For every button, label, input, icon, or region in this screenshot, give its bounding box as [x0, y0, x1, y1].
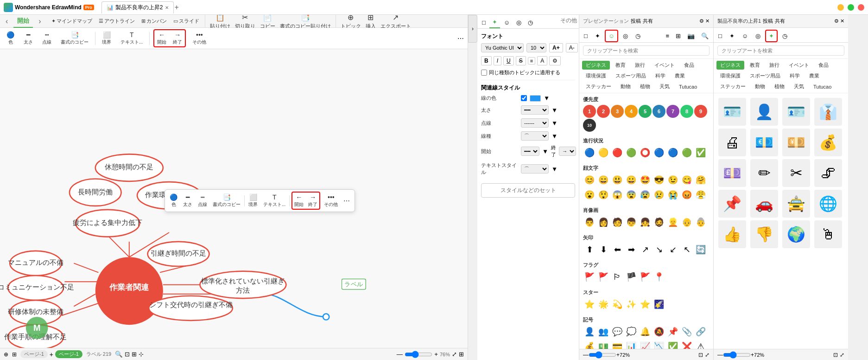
italic-btn[interactable]: I — [494, 56, 501, 65]
star-1[interactable]: ⭐ — [583, 298, 596, 311]
panel-2-zoom-in[interactable]: + — [751, 352, 754, 358]
text-btn[interactable]: T テキスト... — [118, 30, 146, 46]
portrait-5[interactable]: 👧 — [639, 216, 652, 229]
sym-13[interactable]: 📊 — [625, 340, 638, 349]
cat-agriculture[interactable]: 農業 — [671, 71, 689, 80]
biz-6[interactable]: 💶 — [750, 129, 778, 156]
flag-6[interactable]: 📍 — [653, 270, 665, 283]
prog-7[interactable]: 🔵 — [666, 146, 679, 159]
start-btn[interactable]: ← 開始 — [154, 30, 169, 46]
biz-11[interactable]: ✂ — [782, 159, 810, 187]
cat-weather[interactable]: 天気 — [656, 82, 673, 91]
star-4[interactable]: ✨ — [625, 298, 638, 311]
panel-1-tab-rect[interactable]: □ — [581, 30, 590, 42]
sym-11[interactable]: 💵 — [597, 340, 610, 349]
status-view-btn[interactable]: ⊞ — [12, 351, 17, 358]
panel-2-tab-rect[interactable]: □ — [716, 30, 725, 42]
color-btn[interactable]: 🔵 色 — [4, 30, 17, 46]
biz-8[interactable]: 💰 — [814, 129, 842, 156]
emoji-14[interactable]: 😰 — [639, 188, 652, 201]
grid-btn[interactable]: ⊞ — [132, 351, 137, 358]
cat-plant[interactable]: 植物 — [636, 82, 654, 91]
priority-1[interactable]: 1 — [583, 105, 596, 118]
font-color-btn[interactable]: A — [537, 56, 547, 65]
emoji-12[interactable]: 😱 — [611, 188, 624, 201]
active-tab-label[interactable]: 開始 — [13, 15, 33, 28]
biz-16[interactable]: 🌐 — [814, 190, 842, 218]
cat2-environment[interactable]: 環境保護 — [716, 71, 744, 80]
cat-sports[interactable]: スポーツ用品 — [612, 71, 650, 80]
emoji-13[interactable]: 😨 — [625, 188, 638, 201]
sym-17[interactable]: ❌ — [680, 340, 693, 349]
portrait-4[interactable]: 👦 — [625, 216, 638, 229]
cat2-science[interactable]: 科学 — [786, 71, 804, 80]
panel-1-tab-list[interactable]: ≡ — [663, 30, 672, 42]
sym-6[interactable]: 🔕 — [653, 325, 665, 338]
star-5[interactable]: ⭐ — [639, 298, 652, 311]
ft-text-btn[interactable]: T テキスト... — [261, 193, 287, 209]
dash-select[interactable]: ------ — [521, 118, 549, 128]
font-size-increase[interactable]: A+ — [549, 43, 563, 52]
slide-btn[interactable]: ▭ スライド — [171, 17, 202, 26]
emoji-5[interactable]: 🤩 — [639, 174, 652, 186]
portrait-3[interactable]: 🧑 — [611, 216, 624, 229]
zoom-out-btn[interactable]: — — [397, 351, 403, 358]
curve-select[interactable]: ⌒ — [521, 131, 549, 141]
snap-btn[interactable]: ⊹ — [139, 351, 144, 358]
flag-4[interactable]: 🏴 — [625, 270, 638, 283]
format-copy-sub-btn[interactable]: 📑 書式のコピー — [58, 30, 91, 46]
biz-12[interactable]: 🖇 — [814, 159, 842, 187]
sym-7[interactable]: 📌 — [666, 325, 679, 338]
border-btn[interactable]: ⬜ 境界 — [99, 30, 114, 46]
star-6[interactable]: 🌠 — [653, 298, 665, 311]
panel-2-fit-btn[interactable]: ⊡ — [833, 352, 838, 358]
highlight-btn[interactable]: ⚙ — [549, 56, 561, 65]
priority-10[interactable]: 10 — [583, 119, 596, 132]
cat2-plant[interactable]: 植物 — [771, 82, 788, 91]
panel-1-tab-grid[interactable]: ⊞ — [673, 30, 684, 42]
cat2-weather[interactable]: 天気 — [790, 82, 808, 91]
apply-style-btn[interactable]: スタイルなどのセット — [481, 183, 575, 198]
ft-color-btn[interactable]: 🔵 色 — [168, 193, 179, 209]
arrow-3[interactable]: ⬅ — [611, 243, 624, 256]
flag-3[interactable]: 🏳 — [611, 270, 624, 283]
search-input-2[interactable] — [717, 45, 844, 56]
biz-1[interactable]: 🪪 — [718, 98, 746, 126]
biz-18[interactable]: 👎 — [750, 220, 778, 248]
emoji-10[interactable]: 😮 — [583, 188, 596, 201]
portrait-7[interactable]: 👱 — [666, 216, 679, 229]
panel-1-zoom-out[interactable]: — — [583, 352, 589, 358]
color-swatch[interactable] — [530, 95, 541, 102]
prog-2[interactable]: 🟡 — [597, 146, 610, 159]
start-arrow-select[interactable]: ━━ — [521, 147, 539, 156]
priority-4[interactable]: 4 — [625, 105, 638, 118]
cat-tutucao[interactable]: Tutucao — [675, 82, 701, 91]
sym-14[interactable]: 📈 — [639, 340, 652, 349]
zoom-in-btn[interactable]: + — [434, 351, 438, 358]
biz-5[interactable]: 🖨 — [718, 129, 746, 156]
portrait-6[interactable]: 🧔 — [653, 216, 665, 229]
cat2-event[interactable]: イベント — [785, 61, 813, 70]
align-left-btn[interactable]: ≡ — [528, 57, 535, 64]
apply-same-checkbox[interactable] — [481, 70, 487, 76]
biz-19[interactable]: 🌍 — [782, 220, 810, 248]
sym-9[interactable]: 🔗 — [694, 325, 707, 338]
prog-8[interactable]: 🟢 — [680, 146, 693, 159]
text-style-select[interactable]: ⌒ — [521, 164, 549, 174]
biz-15[interactable]: 🚖 — [782, 190, 810, 218]
panel-1-zoom-slider[interactable] — [589, 351, 616, 359]
arrow-2[interactable]: ⬇ — [597, 243, 610, 256]
priority-8[interactable]: 8 — [680, 105, 693, 118]
cat2-agriculture[interactable]: 農業 — [805, 71, 823, 80]
flag-1[interactable]: 🚩 — [583, 270, 596, 283]
arrow-4[interactable]: ➡ — [625, 243, 638, 256]
emoji-16[interactable]: 😭 — [666, 188, 679, 201]
dash-expand-btn[interactable]: ▼ — [551, 120, 558, 127]
font-select[interactable]: Yu Gothic UI — [481, 43, 524, 52]
cat-sticker[interactable]: ステッカー — [582, 82, 615, 91]
underline-btn[interactable]: U — [503, 56, 514, 65]
zoom-slider[interactable] — [405, 351, 432, 358]
props-tab-clock[interactable]: ◷ — [525, 17, 536, 28]
search-input-1[interactable] — [583, 45, 710, 56]
fit-btn[interactable]: ⊡ — [125, 351, 130, 358]
